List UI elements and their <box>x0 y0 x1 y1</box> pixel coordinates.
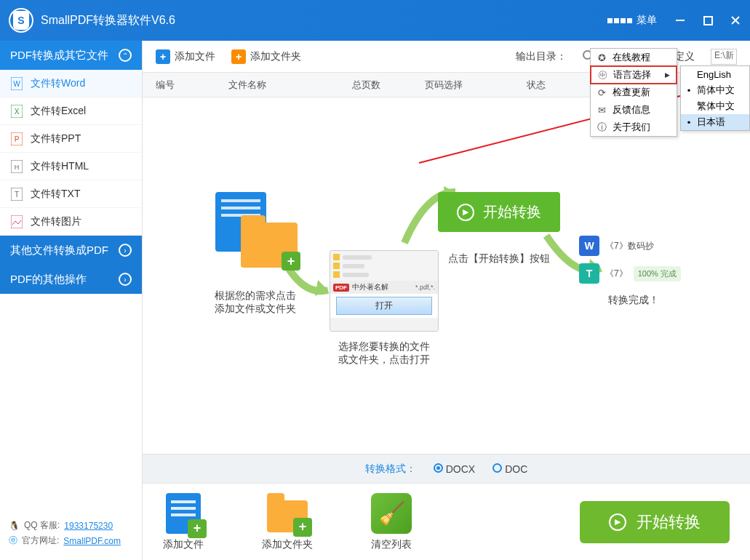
svg-rect-1 <box>704 17 712 25</box>
html-icon: H <box>10 160 23 173</box>
info-icon: ⓘ <box>597 121 607 134</box>
add-folder-button[interactable]: +添加文件夹 <box>231 49 301 64</box>
tutorial-step-4: W《7》数码抄 T《7》100% 完成 转换完成！ <box>565 228 703 307</box>
app-title: SmallPDF转换器软件V6.6 <box>41 13 175 28</box>
chevron-right-icon: ▶ <box>665 71 670 79</box>
play-icon: ▶ <box>457 204 474 221</box>
sidebar: PDF转换成其它文件 ⌃ W文件转Word X文件转Excel P文件转PPT … <box>0 41 143 560</box>
chevron-right-icon: › <box>119 244 132 257</box>
bottom-add-folder[interactable]: + 添加文件夹 <box>262 493 313 551</box>
grid-icon <box>607 18 632 23</box>
sidebar-footer: 🐧QQ 客服:1933175230 ⓔ官方网址:SmallPDF.com <box>0 508 142 560</box>
add-file-button[interactable]: +添加文件 <box>156 49 215 64</box>
menu-language[interactable]: ㊥语言选择▶ <box>590 65 677 84</box>
word-icon: W <box>10 77 23 90</box>
menu-feedback[interactable]: ✉反馈信息 <box>591 101 677 119</box>
ppt-icon: P <box>10 132 23 145</box>
svg-text:W: W <box>13 80 20 88</box>
broom-icon: 🧹 <box>371 493 412 534</box>
output-label: 输出目录： <box>516 50 567 63</box>
play-icon: ▶ <box>609 513 626 531</box>
lang-english[interactable]: EngLish <box>681 66 749 82</box>
qq-link[interactable]: 1933175230 <box>64 521 113 531</box>
maximize-button[interactable] <box>702 15 714 26</box>
update-icon: ⟳ <box>597 87 607 98</box>
sidebar-item-image[interactable]: 文件转图片 <box>0 208 142 236</box>
app-logo: S <box>9 8 33 33</box>
plus-icon: + <box>231 49 246 64</box>
feedback-icon: ✉ <box>597 105 607 116</box>
menu-online-tutorial[interactable]: ✪在线教程 <box>591 49 677 66</box>
svg-text:P: P <box>15 135 20 143</box>
lang-simplified-chinese[interactable]: •简体中文 <box>681 82 749 98</box>
tutorial-step-1: + + 根据您的需求点击 添加文件或文件夹 <box>190 192 321 316</box>
start-convert-button[interactable]: ▶ 开始转换 <box>580 501 730 543</box>
sidebar-item-txt[interactable]: T文件转TXT <box>0 180 142 208</box>
image-icon <box>10 215 23 228</box>
sidebar-item-ppt[interactable]: P文件转PPT <box>0 125 142 153</box>
svg-text:T: T <box>15 191 19 199</box>
language-submenu: EngLish •简体中文 繁体中文 •日本语 <box>680 65 750 131</box>
menu-about[interactable]: ⓘ关于我们 <box>591 119 677 136</box>
plus-icon: + <box>156 49 170 64</box>
titlebar-menu-button[interactable]: 菜单 <box>607 14 657 27</box>
excel-icon: X <box>10 105 23 118</box>
menu-check-update[interactable]: ⟳检查更新 <box>591 84 677 101</box>
main-panel: +添加文件 +添加文件夹 输出目录： 原文件夹 自定义 E:\新 编号 文件名称… <box>143 41 750 560</box>
language-icon: ㊥ <box>597 68 607 81</box>
svg-text:H: H <box>15 164 20 171</box>
svg-text:X: X <box>15 108 20 116</box>
svg-rect-14 <box>11 215 23 228</box>
txt-icon: T <box>10 188 23 201</box>
output-path-input[interactable]: E:\新 <box>711 49 737 65</box>
globe-icon: ✪ <box>597 52 607 63</box>
sidebar-section-other-to-pdf[interactable]: 其他文件转换成PDF› <box>0 236 142 265</box>
sidebar-section-pdf-other-ops[interactable]: PDF的其他操作› <box>0 265 142 294</box>
lang-traditional-chinese[interactable]: 繁体中文 <box>681 98 749 114</box>
minimize-button[interactable] <box>674 15 686 26</box>
radio-docx[interactable]: DOCX <box>434 463 475 475</box>
titlebar: S SmallPDF转换器软件V6.6 菜单 <box>0 0 750 41</box>
lang-japanese[interactable]: •日本语 <box>681 114 749 130</box>
tutorial-canvas: + + 根据您的需求点击 添加文件或文件夹 PDF中外著名解*.pdf,*. 打… <box>143 97 750 454</box>
sidebar-section-pdf-to-other[interactable]: PDF转换成其它文件 ⌃ <box>0 41 142 70</box>
sidebar-item-excel[interactable]: X文件转Excel <box>0 97 142 125</box>
close-button[interactable] <box>730 15 741 26</box>
chevron-up-icon: ⌃ <box>119 49 132 62</box>
qq-icon: 🐧 <box>9 521 20 531</box>
main-menu-dropdown: ✪在线教程 ㊥语言选择▶ ⟳检查更新 ✉反馈信息 ⓘ关于我们 <box>590 48 677 137</box>
bottom-clear-list[interactable]: 🧹 清空列表 <box>371 493 412 551</box>
globe-icon: ⓔ <box>9 535 17 547</box>
tutorial-step-3: ▶ 开始转换 点击【开始转换】按钮 <box>426 192 572 265</box>
radio-doc[interactable]: DOC <box>492 463 527 475</box>
tutorial-step-2: PDF中外著名解*.pdf,*. 打开 选择您要转换的文件 或文件夹，点击打开 <box>319 250 450 367</box>
sidebar-item-html[interactable]: H文件转HTML <box>0 153 142 180</box>
bottom-add-file[interactable]: + 添加文件 <box>163 493 204 551</box>
site-link[interactable]: SmallPDF.com <box>63 536 121 546</box>
format-bar: 转换格式： DOCX DOC <box>143 454 750 483</box>
bottom-bar: + 添加文件 + 添加文件夹 🧹 清空列表 ▶ 开始转换 <box>143 483 750 560</box>
sidebar-item-word[interactable]: W文件转Word <box>0 70 142 97</box>
chevron-right-icon: › <box>119 273 132 286</box>
